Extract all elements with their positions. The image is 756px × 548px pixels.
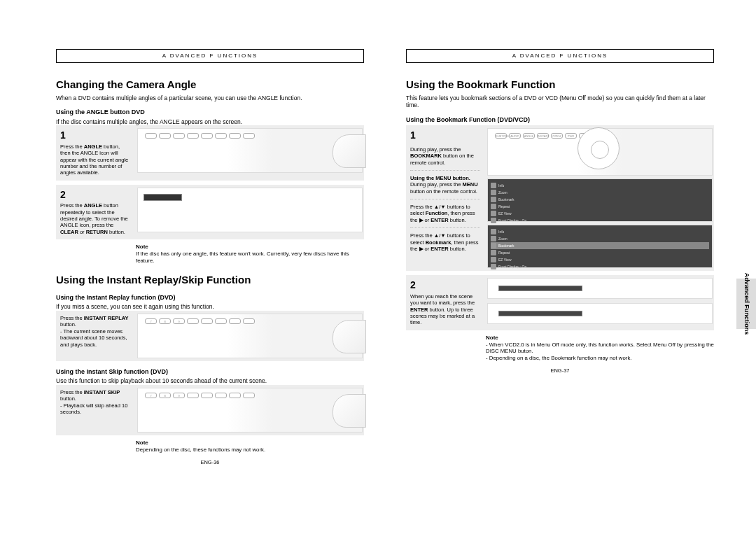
note-bookmark: Note When VCD2.0 is in Menu Off mode onl…	[406, 335, 714, 362]
figure-bookmark-bar	[487, 278, 713, 299]
heading-bookmark: Using the Bookmark Function	[406, 78, 714, 92]
bookmark-step-2: 2 When you reach the scene you want to m…	[406, 275, 714, 330]
substep-1b: Using the MENU button. During play, pres…	[410, 170, 480, 195]
thumb-icon	[332, 394, 366, 428]
page-number: ENG-37	[406, 367, 714, 374]
step-replay: Press the INSTANT REPLAY button. The cur…	[56, 311, 364, 361]
figure-menu-function: Info Zoom Bookmark Repeat EZ View Front …	[487, 178, 713, 222]
figure-menu-bookmark: Info Zoom Bookmark Repeat EZ View Front …	[487, 225, 713, 268]
figure-remote	[137, 128, 363, 173]
note-skip: Note Depending on the disc, these functi…	[56, 440, 364, 454]
skip-text: Press the INSTANT SKIP button. Playback …	[60, 389, 130, 416]
figure-remote: SUBTITLEAUDIO ANGLEINSTANT OPEN/PWD RPTS…	[487, 128, 713, 176]
step-number: 1	[60, 129, 130, 142]
step-2-text: Press the ANGLE button repeatedly to sel…	[60, 202, 130, 235]
intro-text: This feature lets you bookmark sections …	[406, 94, 714, 109]
note-bullets: When VCD2.0 is in Menu Off mode only, th…	[486, 342, 714, 362]
heading-camera-angle: Changing the Camera Angle	[56, 78, 364, 92]
heading-replay-skip: Using the Instant Replay/Skip Function	[56, 274, 364, 287]
subheading-instant-replay: Using the Instant Replay function (DVD)	[56, 294, 364, 302]
figure-remote: 789	[137, 388, 363, 433]
step-2-text: When you reach the scene you want to mar…	[410, 293, 480, 326]
page-left: A DVANCED F UNCTIONS Changing the Camera…	[56, 49, 364, 465]
section-header-text: A DVANCED F UNCTIONS	[512, 52, 608, 59]
substep-1d: Press the ▲/▼ buttons to select Bookmark…	[410, 227, 480, 252]
step-2: 2 Press the ANGLE button repeatedly to s…	[56, 185, 364, 239]
thumb-icon	[332, 134, 366, 168]
angle-intro: If the disc contains multiple angles, th…	[56, 118, 364, 126]
step-number: 1	[410, 129, 480, 142]
subheading-instant-skip: Using the Instant Skip function (DVD)	[56, 368, 364, 376]
skip-intro: Use this function to skip playback about…	[56, 377, 364, 385]
page-number: ENG-36	[56, 459, 364, 465]
step-skip: Press the INSTANT SKIP button. Playback …	[56, 385, 364, 435]
note-angle: Note If the disc has only one angle, thi…	[56, 244, 364, 264]
note-text: Depending on the disc, these functions m…	[136, 447, 364, 454]
step-1-text: Press the ANGLE button, then the ANGLE i…	[60, 143, 130, 176]
side-tab: Advanced Functions	[736, 279, 756, 329]
substep-1a: During play, press the BOOKMARK button o…	[410, 146, 480, 166]
thumb-icon	[332, 320, 366, 353]
note-label: Note	[136, 440, 364, 447]
subheading-angle-button: Using the ANGLE button DVD	[56, 108, 364, 116]
figure-remote: 789	[137, 314, 363, 358]
section-header: A DVANCED F UNCTIONS	[56, 49, 364, 63]
substep-1c: Press the ▲/▼ buttons to select Function…	[410, 199, 480, 223]
page-right: A DVANCED F UNCTIONS Using the Bookmark …	[406, 49, 714, 465]
intro-text: When a DVD contains multiple angles of a…	[56, 94, 364, 102]
section-header-text: A DVANCED F UNCTIONS	[162, 52, 258, 59]
step-number: 2	[410, 279, 480, 292]
bookmark-step-1: 1 During play, press the BOOKMARK button…	[406, 125, 714, 271]
side-tab-label: Advanced Functions	[743, 273, 750, 335]
note-label: Note	[136, 244, 364, 251]
step-number: 2	[60, 189, 130, 202]
note-label: Note	[486, 335, 714, 342]
figure-bookmark-bar	[487, 303, 713, 324]
figure-screen	[137, 188, 363, 232]
replay-intro: If you miss a scene, you can see it agai…	[56, 303, 364, 311]
note-text: If the disc has only one angle, this fea…	[136, 251, 364, 264]
section-header: A DVANCED F UNCTIONS	[406, 49, 714, 63]
subheading-bookmark: Using the Bookmark Function (DVD/VCD)	[406, 116, 714, 124]
step-1: 1 Press the ANGLE button, then the ANGLE…	[56, 125, 364, 180]
replay-text: Press the INSTANT REPLAY button. The cur…	[60, 315, 130, 348]
